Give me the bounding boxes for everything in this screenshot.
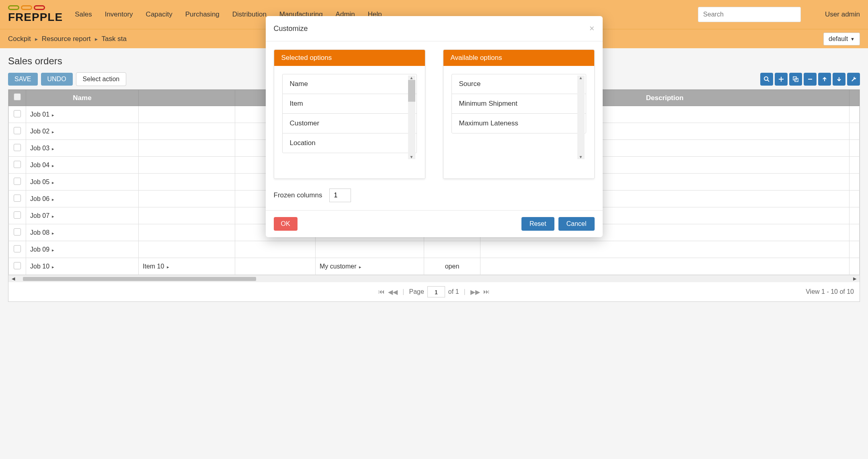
add-button[interactable]	[775, 73, 788, 86]
row-checkbox[interactable]	[14, 211, 21, 219]
cell-tail[interactable]	[850, 157, 860, 174]
copy-button[interactable]	[789, 73, 802, 86]
caret-right-icon: ▸	[52, 214, 54, 219]
cell-name[interactable]: Job 05 ▸	[26, 174, 139, 191]
cell-status[interactable]	[424, 241, 480, 258]
cell-item[interactable]	[139, 157, 235, 174]
delete-button[interactable]	[804, 73, 817, 86]
nav-inventory[interactable]: Inventory	[105, 10, 133, 18]
cell-name[interactable]: Job 03 ▸	[26, 140, 139, 157]
reset-button[interactable]: Reset	[521, 217, 554, 231]
row-checkbox[interactable]	[14, 195, 21, 202]
available-scrollbar[interactable]: ▲ ▼	[577, 76, 585, 159]
customize-button[interactable]	[847, 73, 860, 86]
nav-purchasing[interactable]: Purchasing	[185, 10, 220, 18]
cell-item[interactable]	[139, 123, 235, 140]
logo[interactable]: FREPPLE	[8, 5, 63, 24]
search-icon-button[interactable]	[760, 73, 773, 86]
undo-button[interactable]: UNDO	[41, 73, 73, 86]
select-action-dropdown[interactable]: Select action	[76, 72, 127, 86]
option-source[interactable]: Source	[452, 74, 586, 94]
pager-page-input[interactable]	[427, 286, 445, 297]
caret-right-icon: ▸	[52, 113, 54, 117]
nav-sales[interactable]: Sales	[75, 10, 92, 18]
frozen-columns-input[interactable]	[329, 189, 351, 202]
cell-customer[interactable]	[316, 241, 424, 258]
row-checkbox[interactable]	[14, 144, 21, 151]
cell-name[interactable]: Job 06 ▸	[26, 191, 139, 207]
cell-blank[interactable]	[235, 258, 316, 275]
breadcrumb-resource-report[interactable]: Resource report	[42, 35, 91, 43]
row-checkbox[interactable]	[14, 161, 21, 168]
table-row[interactable]: Job 09 ▸	[9, 241, 860, 258]
cell-tail[interactable]	[850, 258, 860, 275]
select-all-checkbox[interactable]	[14, 93, 21, 100]
row-checkbox[interactable]	[14, 127, 21, 134]
cell-item[interactable]: Item 10 ▸	[139, 258, 235, 275]
table-row[interactable]: Job 10 ▸Item 10 ▸My customer ▸open	[9, 258, 860, 275]
selected-scroll-thumb[interactable]	[408, 80, 415, 102]
cell-description[interactable]	[480, 258, 850, 275]
horizontal-scrollbar[interactable]: ◀ ▶	[8, 275, 860, 282]
cell-tail[interactable]	[850, 123, 860, 140]
cell-name[interactable]: Job 08 ▸	[26, 224, 139, 241]
cell-name[interactable]: Job 09 ▸	[26, 241, 139, 258]
search-input[interactable]	[698, 7, 801, 22]
row-checkbox[interactable]	[14, 262, 21, 269]
row-checkbox[interactable]	[14, 245, 21, 252]
header-col2[interactable]	[139, 90, 235, 106]
nav-distribution[interactable]: Distribution	[232, 10, 267, 18]
option-max-lateness[interactable]: Maximum Lateness	[452, 114, 586, 133]
scroll-thumb[interactable]	[23, 277, 256, 281]
download-button[interactable]	[833, 73, 845, 86]
header-col7[interactable]	[850, 90, 860, 106]
selected-scrollbar[interactable]: ▲ ▼	[408, 76, 415, 159]
option-min-shipment[interactable]: Minimum Shipment	[452, 94, 586, 114]
cell-tail[interactable]	[850, 224, 860, 241]
upload-button[interactable]	[818, 73, 831, 86]
pager-last-icon[interactable]: ⏭	[483, 288, 490, 295]
save-button[interactable]: SAVE	[8, 73, 38, 86]
cell-tail[interactable]	[850, 174, 860, 191]
option-customer[interactable]: Customer	[283, 114, 417, 133]
cell-name[interactable]: Job 01 ▸	[26, 106, 139, 123]
cell-item[interactable]	[139, 207, 235, 224]
cell-item[interactable]	[139, 191, 235, 207]
cell-name[interactable]: Job 07 ▸	[26, 207, 139, 224]
cell-name[interactable]: Job 02 ▸	[26, 123, 139, 140]
cell-description[interactable]	[480, 241, 850, 258]
cell-item[interactable]	[139, 140, 235, 157]
option-location[interactable]: Location	[283, 133, 417, 153]
row-checkbox[interactable]	[14, 110, 21, 117]
cell-tail[interactable]	[850, 207, 860, 224]
pager-next-icon[interactable]: ▶▶	[470, 288, 480, 296]
cell-tail[interactable]	[850, 140, 860, 157]
header-name[interactable]: Name	[26, 90, 139, 106]
cell-item[interactable]	[139, 224, 235, 241]
nav-capacity[interactable]: Capacity	[146, 10, 172, 18]
option-item[interactable]: Item	[283, 94, 417, 114]
cancel-button[interactable]: Cancel	[558, 217, 595, 231]
cell-name[interactable]: Job 04 ▸	[26, 157, 139, 174]
pager-first-icon[interactable]: ⏮	[378, 288, 385, 295]
breadcrumb-task[interactable]: Task sta	[102, 35, 127, 43]
scenario-dropdown[interactable]: default ▼	[823, 33, 860, 45]
ok-button[interactable]: OK	[274, 217, 298, 231]
cell-item[interactable]	[139, 174, 235, 191]
cell-item[interactable]	[139, 106, 235, 123]
cell-blank[interactable]	[235, 241, 316, 258]
cell-customer[interactable]: My customer ▸	[316, 258, 424, 275]
breadcrumb-cockpit[interactable]: Cockpit	[8, 35, 31, 43]
cell-name[interactable]: Job 10 ▸	[26, 258, 139, 275]
cell-item[interactable]	[139, 241, 235, 258]
cell-tail[interactable]	[850, 241, 860, 258]
modal-close-button[interactable]: ×	[589, 23, 595, 34]
cell-tail[interactable]	[850, 191, 860, 207]
option-name[interactable]: Name	[283, 74, 417, 94]
user-label[interactable]: User admin	[825, 10, 860, 18]
cell-tail[interactable]	[850, 106, 860, 123]
row-checkbox[interactable]	[14, 228, 21, 236]
pager-prev-icon[interactable]: ◀◀	[388, 288, 398, 296]
row-checkbox[interactable]	[14, 178, 21, 185]
cell-status[interactable]: open	[424, 258, 480, 275]
